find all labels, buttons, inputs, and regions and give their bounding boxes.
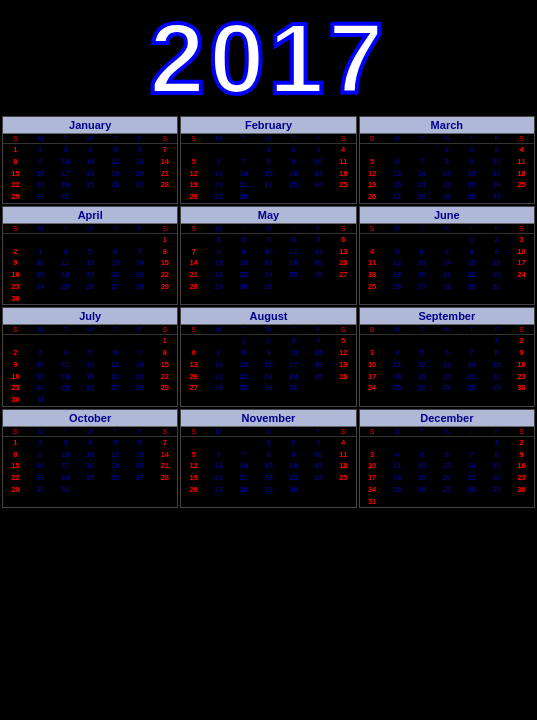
day-cell: 30 [509, 484, 534, 496]
month-header: January [3, 117, 177, 134]
day-cell: 17 [306, 460, 331, 472]
day-cell: 8 [3, 449, 28, 461]
day-header: F [306, 134, 331, 143]
day-cell: 26 [103, 179, 128, 191]
day-cell: 24 [360, 484, 385, 496]
month-header: February [181, 117, 355, 134]
month-header: July [3, 308, 177, 325]
day-cell: 19 [409, 472, 434, 484]
day-cell: 11 [78, 449, 103, 461]
day-header: S [360, 134, 385, 143]
day-cell-empty [360, 437, 385, 449]
day-cell: 25 [281, 269, 306, 281]
day-cell: 5 [331, 335, 356, 347]
day-cell-empty [434, 437, 459, 449]
day-cell: 15 [152, 257, 177, 269]
day-cell-empty [231, 144, 256, 156]
days-grid: 1234567891011121314151617181920212223242… [3, 234, 177, 305]
day-header: S [3, 134, 28, 143]
day-cell: 6 [385, 156, 410, 168]
day-cell: 24 [281, 371, 306, 383]
day-cell: 4 [78, 144, 103, 156]
day-header: T [281, 427, 306, 436]
day-cell: 13 [331, 246, 356, 258]
day-cell: 16 [484, 257, 509, 269]
day-cell: 29 [256, 484, 281, 496]
day-cell: 21 [459, 472, 484, 484]
day-cell: 30 [28, 484, 53, 496]
day-cell: 10 [360, 460, 385, 472]
day-header: S [360, 427, 385, 436]
day-cell: 23 [484, 269, 509, 281]
day-cell: 10 [256, 246, 281, 258]
day-cell-empty [53, 335, 78, 347]
day-cell: 20 [331, 257, 356, 269]
day-cell: 26 [103, 472, 128, 484]
day-header: T [53, 134, 78, 143]
day-cell: 27 [103, 281, 128, 293]
day-cell: 16 [3, 269, 28, 281]
day-cell: 24 [306, 179, 331, 191]
day-cell: 7 [152, 144, 177, 156]
day-cell: 28 [434, 281, 459, 293]
day-cell: 25 [509, 179, 534, 191]
day-cell: 30 [3, 394, 28, 406]
day-header: M [206, 134, 231, 143]
day-cell: 29 [206, 281, 231, 293]
days-grid: 1234567891011121314151617181920212223242… [181, 234, 355, 293]
month-header: August [181, 308, 355, 325]
day-cell: 14 [459, 359, 484, 371]
day-cell-empty [181, 437, 206, 449]
day-cell: 29 [459, 281, 484, 293]
day-cell: 21 [434, 269, 459, 281]
day-header: T [53, 427, 78, 436]
day-cell: 28 [152, 179, 177, 191]
day-header: W [434, 224, 459, 233]
day-cell: 15 [256, 168, 281, 180]
day-cell: 5 [360, 156, 385, 168]
day-cell-empty [128, 335, 153, 347]
days-grid: 1234567891011121314151617181920212223242… [360, 335, 534, 394]
day-cell-empty [434, 335, 459, 347]
day-cell: 21 [459, 371, 484, 383]
day-header: S [360, 325, 385, 334]
day-cell: 9 [256, 347, 281, 359]
day-cell-empty [3, 234, 28, 246]
days-grid: 1234567891011121314151617181920212223242… [3, 144, 177, 203]
day-cell: 17 [306, 168, 331, 180]
day-cell: 26 [409, 484, 434, 496]
day-cell: 7 [128, 246, 153, 258]
day-cell-empty [128, 234, 153, 246]
day-cell: 31 [256, 281, 281, 293]
day-cell: 5 [306, 234, 331, 246]
day-cell: 7 [231, 156, 256, 168]
day-cell: 17 [256, 257, 281, 269]
days-grid: 1234567891011121314151617181920212223242… [360, 234, 534, 293]
day-cell: 7 [409, 156, 434, 168]
day-cell: 18 [53, 269, 78, 281]
day-header: W [78, 224, 103, 233]
day-cell: 10 [281, 347, 306, 359]
day-header: W [434, 427, 459, 436]
day-cell: 15 [434, 168, 459, 180]
day-cell: 20 [434, 472, 459, 484]
day-cell-empty [181, 144, 206, 156]
day-cell: 5 [409, 347, 434, 359]
day-cell: 17 [484, 168, 509, 180]
days-grid: 1234567891011121314151617181920212223242… [360, 437, 534, 508]
day-cell: 6 [434, 347, 459, 359]
day-cell: 19 [360, 179, 385, 191]
day-cell: 30 [484, 281, 509, 293]
day-cell: 4 [306, 335, 331, 347]
day-header: S [152, 224, 177, 233]
day-cell: 29 [231, 382, 256, 394]
day-cell: 12 [78, 359, 103, 371]
day-header: T [231, 134, 256, 143]
day-cell: 4 [331, 437, 356, 449]
day-cell: 11 [53, 257, 78, 269]
day-cell-empty [385, 335, 410, 347]
day-cell: 6 [103, 347, 128, 359]
day-cell: 16 [3, 371, 28, 383]
day-cell: 28 [152, 472, 177, 484]
day-header: W [78, 427, 103, 436]
